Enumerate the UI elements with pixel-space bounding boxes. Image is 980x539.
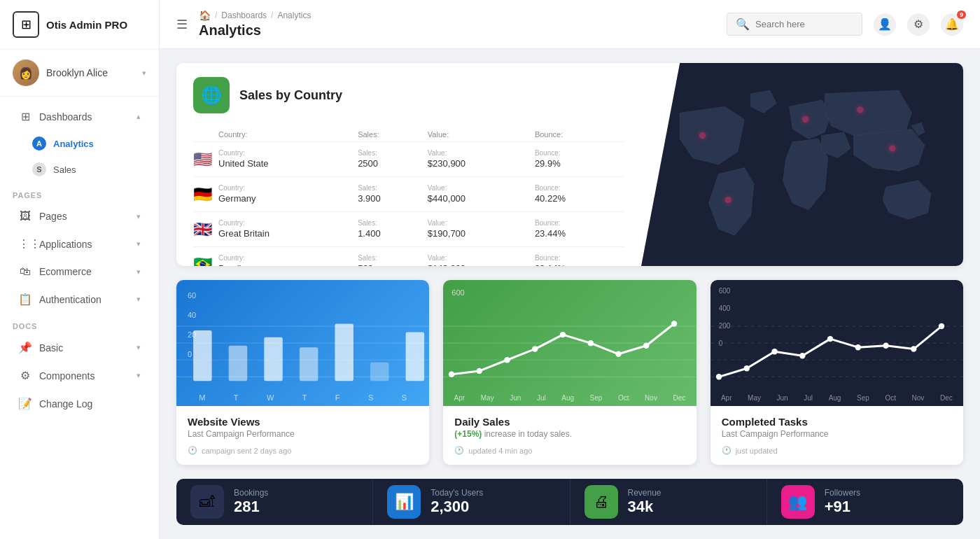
analytics-letter: A: [32, 136, 46, 150]
table-row: 🇬🇧 Country: Great Britain Sales: 1.400 V…: [193, 212, 624, 247]
completed-tasks-meta: 🕐 just updated: [722, 446, 952, 455]
globe-icon-box: 🌐: [193, 77, 230, 113]
col-country: Country:: [218, 127, 358, 142]
svg-point-30: [771, 349, 777, 354]
bookings-label: Bookings: [234, 488, 358, 498]
user-profile-button[interactable]: 👤: [874, 13, 896, 36]
notification-badge: 9: [957, 10, 966, 19]
sidebar-item-dashboards[interactable]: ⊞ Dashboards ▴: [6, 103, 153, 130]
daily-sales-highlight: (+15%): [454, 429, 482, 439]
pages-icon: 🖼: [18, 210, 32, 223]
line-chart-daily-svg: [443, 314, 696, 389]
sales-letter: S: [32, 162, 46, 176]
sidebar-item-sales[interactable]: S Sales: [6, 157, 153, 182]
sidebar: ⊞ Otis Admin PRO 👩 Brooklyn Alice ▾ ⊞ Da…: [0, 0, 160, 539]
chevron-up-icon: ▴: [136, 112, 141, 121]
chevron-down-icon: ▾: [136, 212, 141, 221]
breadcrumb-dashboards[interactable]: Dashboards: [221, 10, 267, 20]
sidebar-item-analytics[interactable]: A Analytics: [6, 131, 153, 156]
table-row: 🇺🇸 Country: United State Sales: 2500 Val…: [193, 142, 624, 177]
website-views-card: 60 40 20 0: [176, 280, 429, 465]
ecommerce-icon: 🛍: [18, 265, 32, 278]
svg-point-21: [616, 351, 622, 356]
components-icon: ⚙: [18, 369, 32, 382]
sidebar-item-changelog[interactable]: 📝 Change Log: [6, 390, 153, 417]
stats-row: 🛋 Bookings 281 📊 Today's Users 2,300 🖨 R…: [176, 479, 963, 525]
followers-icon-box: 👥: [781, 485, 815, 519]
chevron-down-icon-6: ▾: [136, 371, 141, 380]
sidebar-item-components[interactable]: ⚙ Components ▾: [6, 362, 153, 389]
followers-label: Followers: [825, 488, 949, 498]
country-flag: 🇬🇧: [193, 212, 218, 247]
logo-icon: ⊞: [13, 11, 39, 38]
breadcrumb-current: Analytics: [277, 10, 311, 20]
header-right: 🔍 👤 ⚙ 🔔 9: [727, 13, 963, 36]
sidebar-item-pages[interactable]: 🖼 Pages ▾: [6, 203, 153, 230]
bookings-info: Bookings 281: [234, 488, 358, 516]
table-row: 🇩🇪 Country: Germany Sales: 3.900 Value: …: [193, 177, 624, 212]
clock-icon-3: 🕐: [722, 446, 732, 455]
clock-icon-2: 🕐: [454, 446, 464, 455]
country-name: Country: Germany: [218, 177, 358, 212]
daily-sales-subtitle-text: increase in today sales.: [484, 429, 572, 439]
search-input[interactable]: [755, 19, 853, 29]
website-views-subtitle: Last Campaign Performance: [188, 429, 418, 439]
daily-sales-card: 600: [443, 280, 696, 465]
dashboards-icon: ⊞: [18, 110, 32, 123]
svg-rect-10: [406, 332, 424, 381]
sales-card-title: Sales by Country: [239, 88, 342, 103]
home-icon: 🏠: [199, 10, 211, 21]
search-box[interactable]: 🔍: [727, 13, 862, 36]
map-dot-usa: [699, 132, 706, 139]
docs-section-label: DOCS: [0, 314, 159, 333]
notifications-button[interactable]: 🔔 9: [941, 13, 963, 36]
stat-users: 📊 Today's Users 2,300: [373, 479, 570, 525]
sales-label: Sales: [53, 164, 76, 175]
line-chart-tasks-svg: [710, 314, 963, 389]
dashboards-label: Dashboards: [39, 111, 92, 122]
daily-sales-meta-text: updated 4 min ago: [468, 447, 532, 455]
country-sales: Sales: 1.400: [358, 212, 428, 247]
daily-sales-chart: 600: [443, 280, 696, 406]
table-row: 🇧🇷 Country: Brasil Sales: 562 Value: $14…: [193, 247, 624, 267]
svg-point-17: [505, 357, 510, 363]
users-value: 2,300: [430, 498, 555, 516]
bar-chart-svg: [176, 314, 429, 389]
bookings-icon-box: 🛋: [190, 485, 224, 519]
col-sales: Sales:: [358, 127, 428, 142]
completed-tasks-subtitle: Last Campaign Performance: [722, 429, 952, 439]
applications-icon: ⋮⋮: [18, 237, 32, 251]
settings-button[interactable]: ⚙: [907, 13, 930, 36]
sidebar-item-basic[interactable]: 📌 Basic ▾: [6, 334, 153, 361]
svg-point-16: [477, 368, 482, 373]
users-info: Today's Users 2,300: [430, 488, 555, 516]
content-area: 🌐 Sales by Country Country: Sales: Value…: [160, 49, 980, 539]
svg-point-20: [588, 340, 594, 346]
svg-point-18: [532, 346, 538, 351]
ecommerce-label: Ecommerce: [39, 266, 92, 277]
col-value: Value:: [428, 127, 535, 142]
country-name: Country: United State: [218, 142, 358, 177]
svg-rect-9: [370, 362, 388, 380]
stat-revenue: 🖨 Revenue 34k: [570, 479, 767, 525]
sidebar-user[interactable]: 👩 Brooklyn Alice ▾: [0, 50, 159, 97]
sidebar-item-authentication[interactable]: 📋 Authentication ▾: [6, 286, 153, 313]
menu-icon[interactable]: ☰: [176, 17, 188, 32]
main-content: ☰ 🏠 / Dashboards / Analytics Analytics 🔍…: [160, 0, 980, 539]
revenue-icon-box: 🖨: [584, 485, 618, 519]
country-flag: 🇺🇸: [193, 142, 218, 177]
svg-rect-8: [335, 323, 353, 381]
sidebar-item-ecommerce[interactable]: 🛍 Ecommerce ▾: [6, 258, 153, 285]
map-dot-europe: [802, 116, 808, 122]
svg-point-36: [938, 323, 944, 328]
chevron-down-icon-3: ▾: [136, 267, 141, 276]
svg-point-31: [799, 353, 805, 358]
daily-sales-title: Daily Sales: [454, 416, 685, 428]
country-bounce: Bounce: 32.14%: [535, 247, 624, 267]
website-views-title: Website Views: [188, 416, 418, 428]
page-title: Analytics: [199, 22, 261, 38]
sidebar-item-applications[interactable]: ⋮⋮ Applications ▾: [6, 230, 153, 258]
sidebar-nav: ⊞ Dashboards ▴ A Analytics S Sales PAGES…: [0, 97, 159, 539]
sales-by-country-card: 🌐 Sales by Country Country: Sales: Value…: [176, 63, 963, 266]
svg-point-29: [743, 365, 749, 371]
